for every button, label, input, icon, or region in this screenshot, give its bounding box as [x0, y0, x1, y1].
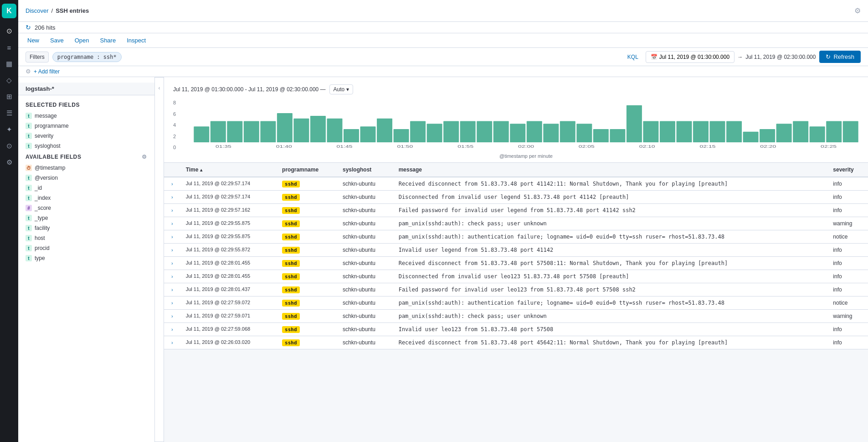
expand-cell[interactable]: › — [164, 204, 180, 217]
available-field-@timestamp[interactable]: ⏱@timestamp — [18, 163, 154, 173]
breadcrumb-separator: / — [51, 7, 53, 14]
programname-value: sshd — [282, 326, 300, 333]
svg-text:01:35: 01:35 — [216, 144, 231, 149]
programname-value: sshd — [282, 220, 300, 227]
add-filter-link[interactable]: + Add filter — [34, 68, 60, 75]
expand-cell[interactable]: › — [164, 191, 180, 204]
expand-button[interactable]: › — [169, 286, 175, 293]
svg-rect-25 — [610, 129, 625, 142]
severity-cell: info — [827, 257, 868, 270]
sidebar-toggle-button[interactable]: ‹ — [155, 77, 164, 442]
programname-column-header[interactable]: programname — [277, 163, 337, 177]
svg-rect-12 — [394, 129, 409, 142]
expand-button[interactable]: › — [169, 193, 175, 201]
nav-icon-maps[interactable]: ⊞ — [2, 89, 16, 104]
time-column-header[interactable]: Time ▴ — [180, 163, 277, 177]
svg-rect-6 — [293, 119, 309, 142]
share-button[interactable]: Share — [98, 36, 118, 45]
available-field-procid[interactable]: tprocid — [18, 243, 154, 253]
table-row: › Jul 11, 2019 @ 02:29:55.875 sshd schkn… — [164, 217, 868, 230]
top-bar: Discover / SSH entries ⚙ — [18, 0, 868, 22]
expand-cell[interactable]: › — [164, 257, 180, 270]
available-field-facility[interactable]: tfacility — [18, 223, 154, 233]
nav-icon-canvas[interactable]: ◇ — [2, 73, 16, 88]
field-type-icon: t — [26, 185, 32, 191]
expand-button[interactable]: › — [169, 207, 175, 214]
sysloghost-cell: schkn-ubuntu — [337, 204, 393, 217]
field-name-label: @version — [35, 175, 58, 181]
sysloghost-column-header[interactable]: sysloghost — [337, 163, 393, 177]
refresh-small-icon[interactable]: ↻ — [26, 24, 31, 31]
expand-cell[interactable]: › — [164, 323, 180, 336]
expand-button[interactable]: › — [169, 273, 175, 280]
sidebar-index[interactable]: logstash-* — [18, 83, 154, 95]
kql-button[interactable]: KQL — [627, 54, 638, 60]
expand-cell[interactable]: › — [164, 217, 180, 230]
nav-icon-ml[interactable]: ☰ — [2, 106, 16, 120]
nav-icon-dashboard[interactable]: ▦ — [2, 57, 16, 71]
severity-cell: info — [827, 244, 868, 257]
nav-icon-monitoring[interactable]: ⊙ — [2, 139, 16, 153]
save-button[interactable]: Save — [48, 36, 66, 45]
nav-icon-graph[interactable]: ✦ — [2, 122, 16, 137]
expand-button[interactable]: › — [169, 299, 175, 307]
expand-column-header — [164, 163, 180, 177]
expand-cell[interactable]: › — [164, 336, 180, 349]
available-field-_id[interactable]: t_id — [18, 183, 154, 193]
selected-field-severity[interactable]: tseverity — [18, 131, 154, 141]
expand-cell[interactable]: › — [164, 283, 180, 296]
programname-value: sshd — [282, 300, 300, 307]
time-cell: Jul 11, 2019 @ 02:27:59.068 — [180, 323, 277, 336]
available-field-_type[interactable]: t_type — [18, 213, 154, 223]
available-field-host[interactable]: thost — [18, 233, 154, 243]
gear-icon[interactable]: ⚙ — [26, 68, 31, 75]
available-fields-settings-icon[interactable]: ⚙ — [142, 154, 147, 160]
auto-select-dropdown[interactable]: Auto ▾ — [329, 84, 354, 94]
open-button[interactable]: Open — [73, 36, 91, 45]
sysloghost-cell: schkn-ubuntu — [337, 323, 393, 336]
expand-button[interactable]: › — [169, 233, 175, 240]
new-button[interactable]: New — [26, 36, 41, 45]
refresh-button[interactable]: ↻ Refresh — [819, 51, 861, 63]
time-cell: Jul 11, 2019 @ 02:28:01.455 — [180, 257, 277, 270]
field-name-label: _id — [35, 185, 42, 191]
nav-icon-visualize[interactable]: ≡ — [2, 40, 16, 55]
expand-cell[interactable]: › — [164, 177, 180, 191]
expand-cell[interactable]: › — [164, 244, 180, 257]
available-fields-title: Available fields ⚙ — [18, 151, 154, 163]
svg-rect-20 — [527, 121, 542, 143]
expand-button[interactable]: › — [169, 246, 175, 254]
nav-icon-settings[interactable]: ⚙ — [2, 155, 16, 170]
available-field-_index[interactable]: t_index — [18, 193, 154, 203]
expand-button[interactable]: › — [169, 339, 175, 346]
svg-rect-37 — [810, 126, 825, 142]
expand-button[interactable]: › — [169, 180, 175, 187]
message-column-header[interactable]: message — [393, 163, 828, 177]
available-field-type[interactable]: ttype — [18, 253, 154, 263]
settings-icon[interactable]: ⚙ — [854, 6, 861, 15]
date-picker-button[interactable]: 📅 Jul 11, 2019 @ 01:30:00.000 — [646, 51, 734, 63]
nav-icon-discover[interactable]: ⊙ — [2, 24, 16, 38]
app-logo: K — [2, 4, 16, 18]
expand-button[interactable]: › — [169, 312, 175, 320]
filter-pill[interactable]: programname : ssh* — [52, 52, 122, 62]
expand-button[interactable]: › — [169, 260, 175, 267]
table-row: › Jul 11, 2019 @ 02:27:59.072 sshd schkn… — [164, 296, 868, 310]
field-type-icon: # — [26, 205, 32, 211]
inspect-button[interactable]: Inspect — [125, 36, 148, 45]
expand-cell[interactable]: › — [164, 270, 180, 283]
selected-field-message[interactable]: tmessage — [18, 111, 154, 121]
selected-field-sysloghost[interactable]: tsysloghost — [18, 141, 154, 151]
expand-button[interactable]: › — [169, 220, 175, 227]
svg-rect-22 — [560, 121, 575, 143]
expand-cell[interactable]: › — [164, 230, 180, 244]
expand-cell[interactable]: › — [164, 296, 180, 310]
selected-field-programname[interactable]: tprogramname — [18, 121, 154, 131]
expand-cell[interactable]: › — [164, 310, 180, 323]
severity-column-header[interactable]: severity — [827, 163, 868, 177]
field-name-label: _score — [35, 205, 51, 211]
breadcrumb-parent[interactable]: Discover — [26, 7, 49, 14]
available-field-_score[interactable]: #_score — [18, 203, 154, 213]
available-field-@version[interactable]: t@version — [18, 173, 154, 183]
expand-button[interactable]: › — [169, 326, 175, 333]
